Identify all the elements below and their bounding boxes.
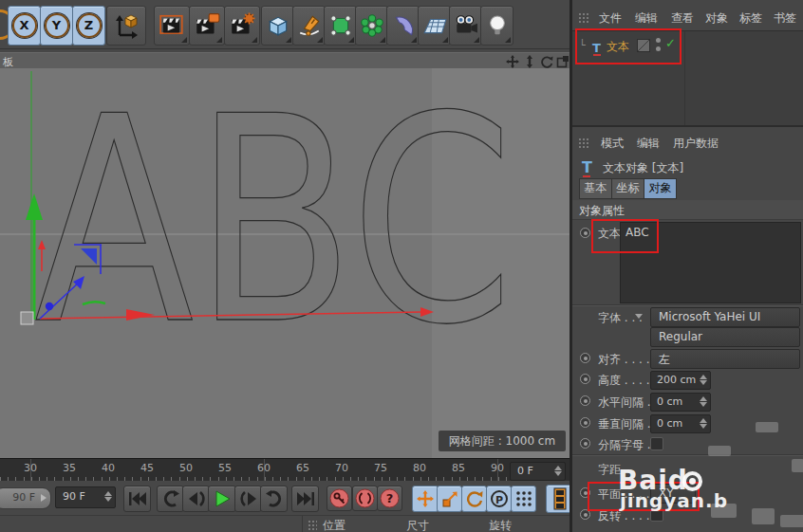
- add-camera-button[interactable]: [449, 6, 482, 46]
- section-object-properties[interactable]: 对象属性: [572, 200, 803, 220]
- viewport-menu-bar: 板: [0, 52, 570, 69]
- height-spinner[interactable]: [700, 374, 708, 386]
- key-circle-separate[interactable]: [580, 438, 590, 449]
- font-menu-arrow-icon[interactable]: [635, 314, 643, 319]
- key-parameter-toggle[interactable]: P: [486, 486, 512, 512]
- am-menu-user-data[interactable]: 用户数据: [673, 136, 719, 152]
- previous-key-button[interactable]: [157, 486, 184, 512]
- key-circle-align[interactable]: [580, 353, 590, 363]
- record-key-icon: [329, 488, 349, 508]
- tab-basic[interactable]: 基本: [579, 178, 612, 199]
- text-spline-outline[interactable]: ABC: [34, 68, 514, 387]
- go-to-end-button[interactable]: [291, 486, 319, 512]
- attribute-manager-grip[interactable]: [578, 138, 589, 148]
- om-menu-file[interactable]: 文件: [599, 10, 622, 27]
- section-title: 对象属性: [579, 203, 625, 219]
- render-to-picture-viewer-button[interactable]: [189, 6, 225, 46]
- add-floor-button[interactable]: [418, 6, 451, 46]
- pan-icon: [506, 55, 519, 68]
- y-axis-label: Y: [45, 13, 69, 38]
- deformer-flower-icon: [360, 13, 384, 38]
- x-axis-label: X: [12, 13, 37, 38]
- svg-text:?: ?: [386, 491, 394, 505]
- separate-letters-checkbox[interactable]: [650, 437, 663, 450]
- om-menu-objects[interactable]: 对象: [705, 10, 728, 27]
- hspacing-spinner[interactable]: [700, 395, 708, 408]
- top-toolbar: X Y Z: [0, 0, 570, 49]
- key-scale-toggle[interactable]: [437, 486, 462, 512]
- key-circle-vspacing[interactable]: [580, 417, 590, 428]
- coord-header-rotation: 旋转: [489, 518, 512, 532]
- deformer-button[interactable]: [355, 6, 388, 46]
- z-axis-label: Z: [77, 13, 102, 38]
- key-circle-text[interactable]: [580, 228, 590, 238]
- viewport-scene: ABC: [0, 68, 570, 458]
- toggle-view-layout-button[interactable]: [556, 55, 570, 67]
- render-view-button[interactable]: [154, 6, 190, 46]
- pan-view-button[interactable]: [506, 55, 520, 67]
- key-circle-height[interactable]: [580, 374, 590, 384]
- font-style-dropdown[interactable]: Regular: [650, 327, 800, 347]
- panel-scrollbar-thumb[interactable]: [780, 515, 803, 527]
- gizmo-origin-dot[interactable]: [46, 303, 53, 310]
- key-rotation-toggle[interactable]: [461, 486, 487, 512]
- font-family-dropdown[interactable]: Microsoft YaHei UI: [650, 307, 800, 327]
- zoom-view-button[interactable]: [523, 55, 537, 67]
- om-menu-bookmarks[interactable]: 书签: [774, 10, 796, 27]
- end-frame-input[interactable]: 90 F: [55, 486, 116, 508]
- key-circle-hspacing[interactable]: [580, 395, 590, 406]
- ruler-tick-label: 60: [257, 462, 271, 474]
- go-to-start-button[interactable]: [123, 486, 151, 512]
- om-menu-view[interactable]: 查看: [671, 10, 694, 27]
- lock-x-axis-button[interactable]: X: [8, 6, 41, 46]
- lock-y-axis-button[interactable]: Y: [40, 6, 73, 46]
- am-menu-edit[interactable]: 编辑: [637, 136, 660, 152]
- timeline-ruler[interactable]: 25 30 35 40 45 50 55 60 65 70 75 80 85 9…: [0, 458, 570, 483]
- coord-header-position: 位置: [323, 518, 345, 532]
- play-button[interactable]: [208, 486, 236, 512]
- next-frame-button[interactable]: [234, 486, 262, 512]
- field-object-button[interactable]: [386, 6, 420, 46]
- subdivision-surface-button[interactable]: [324, 6, 357, 46]
- previous-frame-button[interactable]: [182, 486, 210, 512]
- panel-divider: [302, 516, 303, 532]
- font-style-value: Regular: [659, 330, 702, 343]
- viewport-menu-text[interactable]: 板: [3, 55, 13, 69]
- watermark-artifact: [756, 422, 778, 432]
- rotate-view-button[interactable]: [540, 55, 554, 67]
- record-key-button[interactable]: [327, 486, 352, 511]
- object-manager-grip[interactable]: [578, 12, 589, 23]
- next-key-button[interactable]: [260, 486, 288, 512]
- add-cube-object-button[interactable]: [261, 6, 294, 46]
- current-frame-spinner[interactable]: [554, 465, 563, 477]
- add-spline-pen-button[interactable]: [292, 6, 326, 46]
- vspacing-input[interactable]: 0 cm: [650, 414, 711, 433]
- om-menu-edit[interactable]: 编辑: [635, 10, 658, 27]
- timeline-range-end-handle[interactable]: 90 F: [0, 487, 51, 509]
- key-position-toggle[interactable]: [412, 486, 439, 512]
- auto-key-button[interactable]: [352, 486, 378, 511]
- render-settings-button[interactable]: [224, 6, 260, 46]
- view-layout-icon: [556, 55, 570, 68]
- end-frame-spinner[interactable]: [104, 490, 113, 503]
- lock-z-axis-button[interactable]: Z: [72, 6, 105, 46]
- current-frame-input[interactable]: 0 F: [510, 462, 566, 481]
- tab-object[interactable]: 对象: [644, 178, 677, 199]
- coordinate-system-button[interactable]: [106, 6, 146, 46]
- vspacing-label: 垂直间隔 . .: [598, 416, 658, 432]
- om-menu-tags[interactable]: 标签: [739, 10, 762, 27]
- keying-options-button[interactable]: ?: [377, 486, 402, 511]
- add-light-button[interactable]: [480, 6, 514, 46]
- annotation-highlight-text: [591, 219, 659, 253]
- vspacing-spinner[interactable]: [700, 417, 708, 430]
- height-input[interactable]: 200 cm: [650, 371, 711, 390]
- hspacing-input[interactable]: 0 cm: [650, 393, 711, 412]
- panel-splitter[interactable]: [572, 125, 803, 127]
- tab-coordinates[interactable]: 坐标: [611, 178, 644, 199]
- viewport-canvas[interactable]: ABC: [0, 68, 570, 458]
- key-pla-toggle[interactable]: [511, 486, 536, 512]
- panel-grip[interactable]: [308, 520, 317, 530]
- am-menu-mode[interactable]: 模式: [601, 136, 624, 152]
- align-dropdown[interactable]: 左: [650, 349, 800, 369]
- subdivision-cube-icon: [328, 13, 353, 38]
